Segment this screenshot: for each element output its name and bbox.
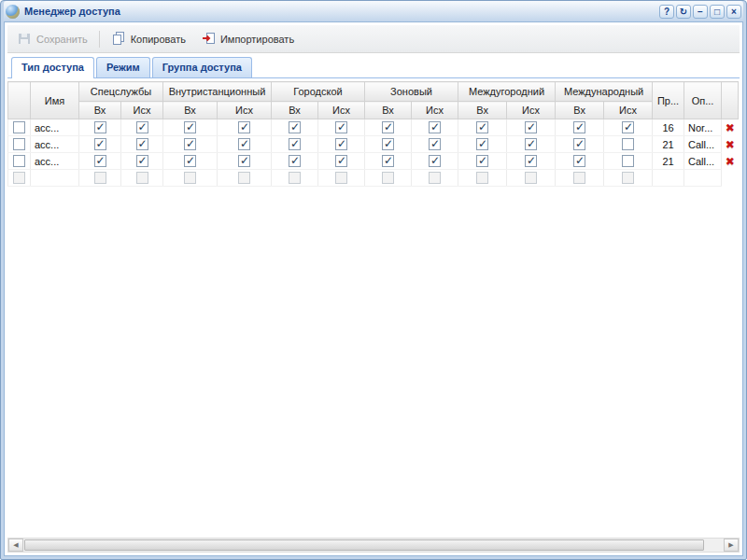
table-row: acc...21Call...✖ <box>8 136 739 153</box>
access-checkbox[interactable] <box>622 172 634 184</box>
close-button[interactable]: × <box>726 5 741 19</box>
access-checkbox[interactable] <box>382 172 394 184</box>
access-checkbox[interactable] <box>184 138 196 150</box>
window-body: Сохранить Копировать Импортировать Тип д… <box>4 21 743 556</box>
access-checkbox[interactable] <box>238 155 250 167</box>
col-group-zone[interactable]: Зоновый <box>365 82 458 102</box>
access-checkbox[interactable] <box>94 172 106 184</box>
col-header-name[interactable]: Имя <box>31 82 79 119</box>
access-checkbox[interactable] <box>573 121 585 133</box>
tab-mode[interactable]: Режим <box>96 57 150 77</box>
access-checkbox[interactable] <box>476 138 488 150</box>
access-checkbox[interactable] <box>94 155 106 167</box>
col-group-international[interactable]: Международный <box>556 82 653 102</box>
col-header-delete <box>722 82 739 119</box>
row-priority: 21 <box>662 139 673 150</box>
access-checkbox[interactable] <box>573 138 585 150</box>
access-checkbox[interactable] <box>238 172 250 184</box>
row-select-checkbox[interactable] <box>13 121 25 133</box>
subcol-in[interactable]: Вх <box>272 102 318 119</box>
copy-button[interactable]: Копировать <box>106 28 191 50</box>
access-checkbox[interactable] <box>382 155 394 167</box>
delete-row-icon[interactable]: ✖ <box>726 155 735 168</box>
access-checkbox[interactable] <box>335 172 347 184</box>
access-checkbox[interactable] <box>429 121 441 133</box>
access-checkbox[interactable] <box>429 138 441 150</box>
subcol-out[interactable]: Исх <box>412 102 458 119</box>
delete-row-icon[interactable]: ✖ <box>726 138 735 151</box>
access-checkbox[interactable] <box>289 155 301 167</box>
access-checkbox[interactable] <box>136 172 148 184</box>
access-checkbox[interactable] <box>429 155 441 167</box>
access-checkbox[interactable] <box>525 155 537 167</box>
subcol-in[interactable]: Вх <box>365 102 412 119</box>
row-select-checkbox[interactable] <box>13 172 25 184</box>
access-checkbox[interactable] <box>525 121 537 133</box>
access-checkbox[interactable] <box>289 138 301 150</box>
access-checkbox[interactable] <box>335 155 347 167</box>
col-group-city[interactable]: Городской <box>272 82 365 102</box>
access-checkbox[interactable] <box>573 155 585 167</box>
subcol-in[interactable]: Вх <box>163 102 218 119</box>
col-group-emergency[interactable]: Спецслужбы <box>79 82 163 102</box>
access-checkbox[interactable] <box>525 138 537 150</box>
access-checkbox[interactable] <box>136 121 148 133</box>
access-checkbox[interactable] <box>476 155 488 167</box>
col-group-longdistance[interactable]: Междугородний <box>458 82 556 102</box>
access-checkbox[interactable] <box>238 121 250 133</box>
access-checkbox[interactable] <box>136 155 148 167</box>
scrollbar-track[interactable] <box>23 539 724 552</box>
subcol-out[interactable]: Исх <box>604 102 653 119</box>
access-checkbox[interactable] <box>335 138 347 150</box>
subcol-in[interactable]: Вх <box>79 102 121 119</box>
scrollbar-thumb[interactable] <box>24 539 704 551</box>
access-checkbox[interactable] <box>476 172 488 184</box>
access-checkbox[interactable] <box>573 172 585 184</box>
subcol-in[interactable]: Вх <box>458 102 507 119</box>
access-checkbox[interactable] <box>136 138 148 150</box>
access-checkbox[interactable] <box>622 155 634 167</box>
scroll-left-icon[interactable]: ◀ <box>8 539 23 552</box>
save-button[interactable]: Сохранить <box>11 28 93 50</box>
row-select-checkbox[interactable] <box>13 138 25 150</box>
access-checkbox[interactable] <box>382 121 394 133</box>
row-description: Nor... <box>688 122 712 133</box>
access-checkbox[interactable] <box>525 172 537 184</box>
subcol-out[interactable]: Исх <box>318 102 365 119</box>
access-checkbox[interactable] <box>94 121 106 133</box>
access-checkbox[interactable] <box>382 138 394 150</box>
access-checkbox[interactable] <box>289 121 301 133</box>
access-checkbox[interactable] <box>184 172 196 184</box>
subcol-out[interactable]: Исх <box>507 102 556 119</box>
delete-row-icon[interactable]: ✖ <box>726 121 735 134</box>
maximize-button[interactable]: □ <box>710 5 725 19</box>
tab-access-type[interactable]: Тип доступа <box>11 57 94 78</box>
col-group-intrastation[interactable]: Внутристанционный <box>163 82 272 102</box>
col-header-description[interactable]: Оп... <box>684 82 722 119</box>
import-button[interactable]: Импортировать <box>195 28 300 50</box>
subcol-out[interactable]: Исх <box>218 102 272 119</box>
scroll-right-icon[interactable]: ▶ <box>724 539 739 552</box>
subcol-out[interactable]: Исх <box>121 102 163 119</box>
row-name: acc... <box>35 139 59 150</box>
access-checkbox[interactable] <box>429 172 441 184</box>
access-checkbox[interactable] <box>94 138 106 150</box>
access-checkbox[interactable] <box>289 172 301 184</box>
access-checkbox[interactable] <box>476 121 488 133</box>
access-checkbox[interactable] <box>622 138 634 150</box>
access-checkbox[interactable] <box>335 121 347 133</box>
tab-access-group[interactable]: Группа доступа <box>152 57 252 77</box>
row-select-checkbox[interactable] <box>13 155 25 167</box>
access-checkbox[interactable] <box>184 155 196 167</box>
help-button[interactable]: ? <box>659 5 674 19</box>
access-table: Имя Спецслужбы Внутристанционный Городск… <box>7 81 739 187</box>
subcol-in[interactable]: Вх <box>556 102 604 119</box>
col-header-priority[interactable]: Пр... <box>653 82 684 119</box>
access-checkbox[interactable] <box>184 121 196 133</box>
refresh-button[interactable]: ↻ <box>676 5 691 19</box>
access-checkbox[interactable] <box>238 138 250 150</box>
minimize-button[interactable]: − <box>693 5 708 19</box>
access-checkbox[interactable] <box>622 121 634 133</box>
col-header-select <box>8 82 31 119</box>
row-priority: 16 <box>662 122 673 133</box>
